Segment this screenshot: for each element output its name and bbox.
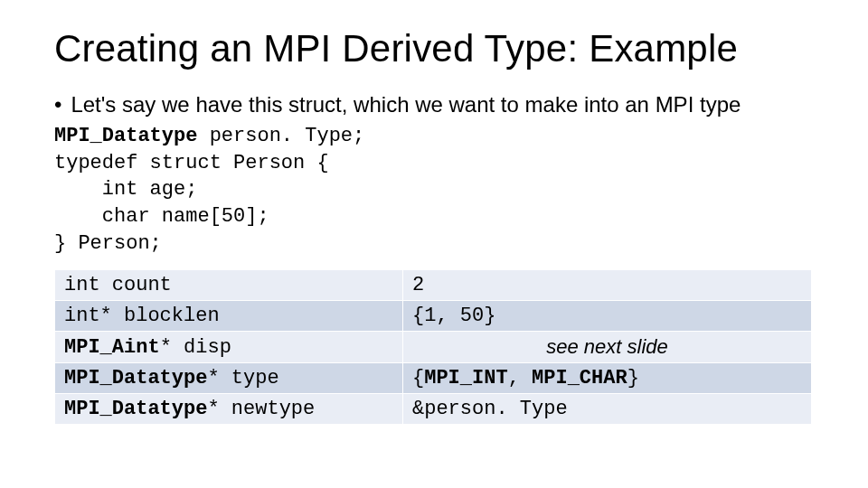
- param-name: int* blocklen: [55, 301, 403, 332]
- param-name-bold: MPI_Aint: [64, 336, 160, 359]
- code-text: } Person;: [54, 232, 162, 255]
- code-block: MPI_Datatype person. Type; typedef struc…: [54, 123, 823, 257]
- param-name-bold: MPI_Datatype: [64, 367, 207, 389]
- param-value: 2: [403, 270, 812, 301]
- param-name-rest: * newtype: [207, 398, 315, 420]
- table-row: int count 2: [55, 270, 812, 301]
- bullet-item: • Let's say we have this struct, which w…: [54, 92, 823, 117]
- param-name-rest: * disp: [160, 336, 231, 359]
- bullet-dot: •: [54, 92, 61, 117]
- code-text: char name[50];: [54, 205, 269, 228]
- slide: Creating an MPI Derived Type: Example • …: [0, 0, 868, 488]
- param-name-bold: MPI_Datatype: [64, 398, 207, 420]
- slide-title: Creating an MPI Derived Type: Example: [54, 27, 823, 70]
- param-name: int count: [55, 270, 403, 301]
- param-value: {MPI_INT, MPI_CHAR}: [403, 363, 812, 394]
- bullet-text: Let's say we have this struct, which we …: [71, 92, 741, 117]
- comma: ,: [508, 367, 532, 389]
- brace: }: [627, 367, 639, 389]
- param-name: MPI_Datatype* newtype: [55, 394, 403, 425]
- table-row: MPI_Aint* disp see next slide: [55, 332, 812, 363]
- code-text: int age;: [54, 178, 197, 201]
- param-value-bold: MPI_CHAR: [532, 367, 627, 389]
- table-row: int* blocklen {1, 50}: [55, 301, 812, 332]
- param-value: &person. Type: [403, 394, 812, 425]
- brace: {: [412, 367, 424, 389]
- code-text: person. Type;: [197, 125, 364, 147]
- param-name: MPI_Datatype* type: [55, 363, 403, 394]
- param-name: MPI_Aint* disp: [55, 332, 403, 363]
- param-value-note: see next slide: [403, 332, 812, 363]
- code-text: typedef struct Person {: [54, 152, 329, 174]
- table-row: MPI_Datatype* type {MPI_INT, MPI_CHAR}: [55, 363, 812, 394]
- code-kw: MPI_Datatype: [54, 125, 197, 147]
- param-name-rest: * type: [207, 367, 278, 389]
- params-table: int count 2 int* blocklen {1, 50} MPI_Ai…: [54, 269, 812, 425]
- table-row: MPI_Datatype* newtype &person. Type: [55, 394, 812, 425]
- param-value-bold: MPI_INT: [424, 367, 507, 389]
- param-value: {1, 50}: [403, 301, 812, 332]
